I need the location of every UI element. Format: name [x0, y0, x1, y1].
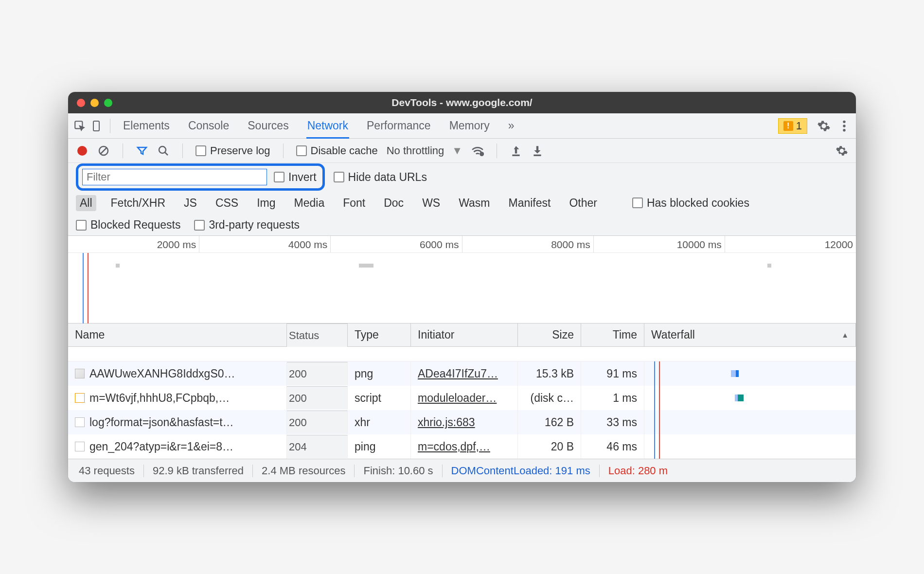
type-filter-wasm[interactable]: Wasm [455, 195, 494, 211]
status-resources: 2.4 MB resources [253, 465, 355, 477]
status-domcontentloaded: DOMContentLoaded: 191 ms [443, 465, 600, 477]
status-bar: 43 requests 92.9 kB transferred 2.4 MB r… [68, 459, 856, 482]
svg-point-8 [480, 152, 484, 156]
timeline-ticks: 2000 ms 4000 ms 6000 ms 8000 ms 10000 ms… [68, 236, 856, 252]
svg-point-5 [77, 146, 87, 156]
download-har-icon[interactable] [531, 144, 544, 157]
file-script-icon [75, 393, 85, 403]
col-initiator[interactable]: Initiator [411, 323, 518, 346]
invert-checkbox[interactable]: Invert [274, 171, 317, 184]
svg-point-2 [843, 120, 845, 123]
svg-rect-10 [533, 154, 541, 156]
panel-tabs: Elements Console Sources Network Perform… [122, 113, 515, 139]
request-table-header: Name Status Type Initiator Size Time Wat… [68, 323, 856, 347]
separator [110, 119, 110, 133]
third-party-checkbox[interactable]: 3rd-party requests [194, 218, 300, 232]
type-filter-ws[interactable]: WS [418, 195, 444, 211]
chevron-down-icon: ▼ [452, 144, 462, 157]
panel-tabs-row: Elements Console Sources Network Perform… [68, 113, 856, 139]
col-waterfall[interactable]: Waterfall [644, 323, 856, 346]
settings-gear-icon[interactable] [817, 119, 831, 133]
table-row[interactable]: AAWUweXANHG8IddxgS0… 200 png ADea4I7IfZu… [68, 361, 856, 386]
network-toolbar: Preserve log Disable cache No throttling… [68, 139, 856, 163]
tab-network[interactable]: Network [306, 113, 349, 139]
filter-row: Invert Hide data URLs [68, 163, 856, 191]
type-filter-row: All Fetch/XHR JS CSS Img Media Font Doc … [68, 191, 856, 215]
type-filter-media[interactable]: Media [290, 195, 329, 211]
table-row[interactable]: gen_204?atyp=i&r=1&ei=8… 204 ping m=cdos… [68, 434, 856, 459]
svg-point-7 [159, 146, 166, 153]
col-name[interactable]: Name [68, 323, 287, 346]
file-generic-icon [75, 442, 85, 451]
type-filter-manifest[interactable]: Manifest [505, 195, 555, 211]
window-title: DevTools - www.google.com/ [68, 97, 856, 108]
devtools-window: DevTools - www.google.com/ Elements Cons… [68, 92, 856, 482]
svg-point-4 [843, 128, 845, 131]
device-toggle-icon[interactable] [89, 119, 103, 133]
tab-sources[interactable]: Sources [247, 113, 289, 139]
col-size[interactable]: Size [518, 323, 581, 346]
warning-badge[interactable]: 1 [778, 118, 807, 134]
filter-funnel-icon[interactable] [136, 144, 148, 157]
request-table-body: AAWUweXANHG8IddxgS0… 200 png ADea4I7IfZu… [68, 347, 856, 459]
type-filter-other[interactable]: Other [565, 195, 601, 211]
extra-filter-row: Blocked Requests 3rd-party requests [68, 215, 856, 236]
type-filter-all[interactable]: All [76, 195, 96, 211]
disable-cache-checkbox[interactable]: Disable cache [296, 144, 378, 157]
clear-icon[interactable] [97, 144, 110, 157]
type-filter-fetchxhr[interactable]: Fetch/XHR [107, 195, 169, 211]
inspect-icon[interactable] [73, 119, 87, 133]
overview-graph [68, 252, 856, 323]
status-transferred: 92.9 kB transferred [144, 465, 253, 477]
tab-elements[interactable]: Elements [122, 113, 171, 139]
blocked-requests-checkbox[interactable]: Blocked Requests [76, 218, 180, 232]
type-filter-doc[interactable]: Doc [380, 195, 408, 211]
file-image-icon [75, 369, 85, 378]
filter-input[interactable] [82, 169, 267, 185]
tab-more[interactable]: » [507, 113, 515, 139]
col-status[interactable]: Status [287, 323, 348, 347]
type-filter-css[interactable]: CSS [212, 195, 242, 211]
record-icon[interactable] [76, 144, 89, 157]
type-filter-img[interactable]: Img [253, 195, 279, 211]
type-filter-js[interactable]: JS [180, 195, 201, 211]
upload-har-icon[interactable] [510, 144, 522, 157]
kebab-menu-icon[interactable] [837, 119, 851, 133]
table-row[interactable]: m=Wt6vjf,hhhU8,FCpbqb,… 200 script modul… [68, 386, 856, 410]
tab-memory[interactable]: Memory [448, 113, 491, 139]
col-type[interactable]: Type [348, 323, 411, 346]
network-settings-gear-icon[interactable] [835, 144, 848, 157]
file-generic-icon [75, 417, 85, 427]
status-load: Load: 280 m [600, 465, 676, 477]
table-row[interactable]: log?format=json&hasfast=t… 200 xhr xhrio… [68, 410, 856, 434]
svg-rect-1 [93, 121, 99, 131]
status-finish: Finish: 10.60 s [355, 465, 442, 477]
tab-performance[interactable]: Performance [366, 113, 432, 139]
preserve-log-checkbox[interactable]: Preserve log [195, 144, 270, 157]
search-icon[interactable] [157, 144, 170, 157]
status-requests: 43 requests [70, 465, 144, 477]
type-filter-font[interactable]: Font [339, 195, 369, 211]
hide-data-urls-checkbox[interactable]: Hide data URLs [334, 171, 427, 184]
titlebar: DevTools - www.google.com/ [68, 92, 856, 113]
has-blocked-cookies-checkbox[interactable]: Has blocked cookies [632, 197, 749, 210]
tab-console[interactable]: Console [187, 113, 230, 139]
col-time[interactable]: Time [581, 323, 644, 346]
filter-highlight-box: Invert [76, 163, 325, 191]
network-conditions-icon[interactable] [471, 144, 484, 157]
svg-point-3 [843, 125, 845, 127]
timeline-overview[interactable]: 2000 ms 4000 ms 6000 ms 8000 ms 10000 ms… [68, 236, 856, 323]
svg-rect-9 [512, 154, 519, 156]
throttling-select[interactable]: No throttling ▼ [387, 144, 462, 157]
